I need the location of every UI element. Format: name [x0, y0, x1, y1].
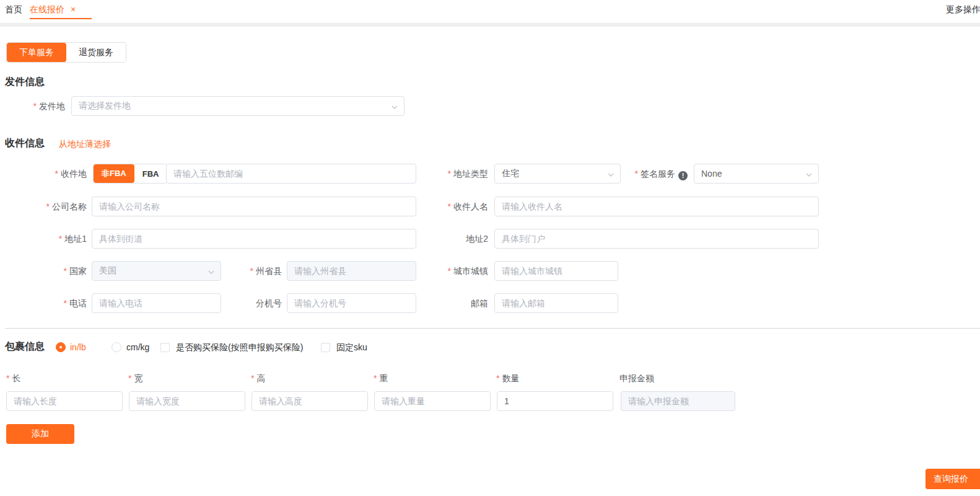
chevron-down-icon: [391, 103, 398, 113]
extension-label: 分机号: [220, 293, 282, 313]
quantity-label: *数量: [496, 373, 519, 384]
company-input[interactable]: [92, 197, 416, 216]
declared-amount-input[interactable]: [621, 391, 735, 411]
fba-toggle: 非FBA FBA: [93, 164, 167, 184]
address2-label: 地址2: [396, 229, 488, 249]
length-input[interactable]: [6, 391, 123, 411]
sender-section-title: 发件信息: [5, 76, 45, 89]
tabbar-divider: [0, 23, 980, 27]
required-mark: *: [635, 169, 638, 179]
weight-label: *重: [374, 373, 388, 384]
fixed-sku-checkbox[interactable]: [321, 343, 330, 352]
origin-select[interactable]: 请选择发件地: [71, 96, 405, 116]
recipient-section-title: 收件信息: [5, 137, 45, 150]
phone-label: *电话: [0, 293, 87, 313]
length-label: *长: [6, 373, 20, 384]
country-label: *国家: [0, 261, 87, 281]
package-section-title: 包裹信息: [5, 340, 45, 353]
fixed-sku-label[interactable]: 固定sku: [336, 342, 367, 353]
active-tab-underline: [30, 18, 92, 19]
email-label: 邮箱: [396, 293, 488, 313]
query-quote-button[interactable]: 查询报价: [925, 469, 980, 489]
address-type-label: *地址类型: [396, 164, 488, 184]
add-package-button[interactable]: 添加: [6, 424, 74, 444]
weight-input[interactable]: [374, 391, 491, 411]
online-quote-page: 首页 在线报价× 更多操作 下单服务 退货服务 发件信息 *发件地 请选择发件地…: [0, 0, 980, 496]
non-fba-button[interactable]: 非FBA: [94, 164, 134, 183]
company-label: *公司名称: [0, 197, 87, 216]
required-mark: *: [448, 169, 451, 179]
tab-home[interactable]: 首页: [5, 4, 22, 16]
close-icon[interactable]: ×: [71, 4, 76, 14]
city-label: *城市城镇: [396, 261, 488, 281]
more-actions-link[interactable]: 更多操作: [946, 4, 980, 16]
order-service-button[interactable]: 下单服务: [7, 43, 66, 62]
service-type-toggle: 下单服务 退货服务: [6, 42, 126, 63]
required-mark: *: [448, 202, 451, 211]
return-service-button[interactable]: 退货服务: [66, 43, 126, 62]
unit-cmkg-label[interactable]: cm/kg: [126, 342, 149, 352]
signature-service-label: *签名服务!: [595, 164, 688, 184]
signature-service-value: None: [701, 169, 801, 179]
signature-service-select[interactable]: None: [694, 164, 819, 184]
address1-label: *地址1: [0, 229, 87, 249]
recipient-name-label: *收件人名: [396, 197, 488, 216]
required-mark: *: [55, 169, 58, 179]
email-input[interactable]: [494, 293, 618, 313]
required-mark: *: [374, 373, 377, 383]
declared-amount-label: 申报金额: [619, 373, 654, 384]
state-label: *州省县: [220, 261, 282, 281]
address1-input[interactable]: [92, 229, 416, 249]
tab-online-quote[interactable]: 在线报价×: [30, 4, 76, 16]
tab-online-quote-label: 在线报价: [30, 4, 64, 14]
required-mark: *: [59, 234, 62, 244]
origin-label: *发件地: [0, 96, 65, 116]
width-input[interactable]: [129, 391, 245, 411]
address2-input[interactable]: [494, 229, 819, 249]
origin-select-placeholder: 请选择发件地: [79, 100, 387, 112]
info-icon[interactable]: !: [678, 171, 688, 180]
unit-cmkg-radio[interactable]: [112, 342, 121, 352]
quantity-input[interactable]: [497, 391, 613, 411]
chevron-down-icon: [805, 170, 813, 180]
zip-code-input[interactable]: [166, 164, 416, 184]
unit-inlb-radio[interactable]: [56, 342, 66, 352]
width-label: *宽: [128, 373, 142, 384]
required-mark: *: [448, 266, 451, 276]
city-input[interactable]: [494, 261, 618, 281]
country-value: 美国: [99, 265, 203, 277]
required-mark: *: [33, 101, 37, 111]
height-input[interactable]: [252, 391, 368, 411]
chevron-down-icon: [208, 268, 215, 278]
insurance-label[interactable]: 是否购买保险(按照申报购买保险): [176, 342, 303, 353]
required-mark: *: [251, 373, 254, 383]
required-mark: *: [6, 373, 9, 383]
required-mark: *: [46, 202, 50, 211]
fba-button[interactable]: FBA: [134, 164, 167, 183]
required-mark: *: [64, 266, 67, 276]
insurance-checkbox[interactable]: [160, 343, 170, 352]
unit-inlb-label[interactable]: in/lb: [70, 342, 86, 352]
required-mark: *: [128, 373, 131, 383]
phone-input[interactable]: [92, 293, 221, 313]
required-mark: *: [496, 373, 499, 383]
required-mark: *: [250, 266, 253, 276]
address-book-link[interactable]: 从地址薄选择: [59, 139, 111, 150]
height-label: *高: [251, 373, 265, 384]
section-divider: [5, 328, 980, 329]
recipient-name-input[interactable]: [494, 197, 819, 216]
address-type-value: 住宅: [502, 168, 603, 179]
destination-label: *收件地: [0, 164, 87, 184]
required-mark: *: [64, 298, 67, 308]
country-select[interactable]: 美国: [92, 261, 221, 281]
